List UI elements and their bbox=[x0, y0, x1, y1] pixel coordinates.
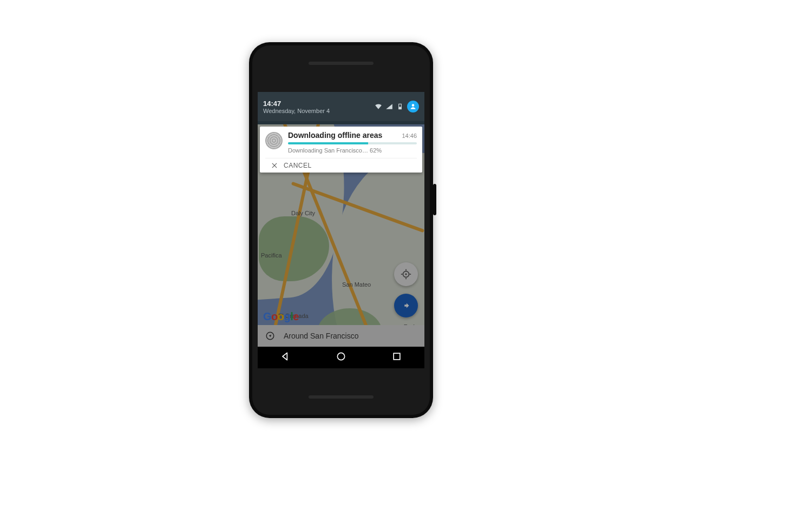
recents-button[interactable] bbox=[391, 351, 402, 364]
svg-point-7 bbox=[337, 353, 344, 360]
screen: Daly City Pacifica San Mateo El Granada … bbox=[258, 92, 424, 368]
status-date: Wednesday, November 4 bbox=[263, 108, 330, 114]
svg-rect-8 bbox=[394, 353, 400, 360]
profile-icon bbox=[409, 103, 417, 110]
back-icon bbox=[280, 351, 291, 362]
notification-title: Downloading offline areas bbox=[288, 131, 382, 140]
maps-app-icon bbox=[265, 132, 283, 149]
notification-shade-header[interactable]: 14:47 Wednesday, November 4 bbox=[258, 92, 424, 121]
earpiece-speaker bbox=[309, 62, 374, 65]
status-time: 14:47 bbox=[263, 100, 330, 108]
phone-frame: Daly City Pacifica San Mateo El Granada … bbox=[249, 42, 433, 418]
cancel-button[interactable]: CANCEL bbox=[265, 158, 417, 169]
notification-subtitle: Downloading San Francisco… 62% bbox=[288, 147, 417, 154]
home-icon bbox=[336, 351, 346, 362]
svg-point-11 bbox=[412, 104, 415, 107]
battery-icon bbox=[396, 103, 404, 110]
back-button[interactable] bbox=[280, 351, 291, 364]
navigation-bar bbox=[258, 347, 424, 368]
profile-button[interactable] bbox=[407, 101, 419, 112]
cell-signal-icon bbox=[385, 103, 393, 110]
svg-rect-10 bbox=[399, 107, 402, 109]
recents-icon bbox=[391, 351, 402, 362]
power-button[interactable] bbox=[433, 184, 436, 215]
bottom-speaker bbox=[309, 395, 374, 399]
download-notification[interactable]: Downloading offline areas 14:46 Download… bbox=[260, 127, 422, 173]
cancel-label: CANCEL bbox=[284, 162, 312, 169]
close-icon bbox=[271, 162, 278, 169]
progress-fill bbox=[288, 142, 368, 144]
home-button[interactable] bbox=[336, 351, 346, 364]
wifi-icon bbox=[375, 103, 382, 110]
shade-separator bbox=[258, 121, 424, 124]
progress-bar bbox=[288, 142, 417, 144]
notification-time: 14:46 bbox=[402, 133, 417, 139]
